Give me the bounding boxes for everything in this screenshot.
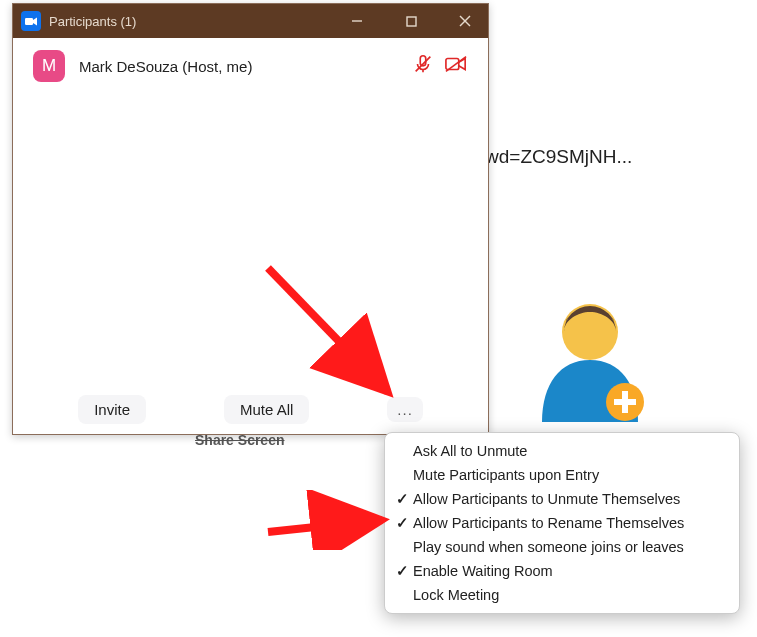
svg-rect-2	[407, 17, 416, 26]
check-icon: ✓	[393, 515, 411, 531]
menu-item-label: Enable Waiting Room	[413, 563, 553, 579]
menu-item-label: Mute Participants upon Entry	[413, 467, 599, 483]
participant-row[interactable]: M Mark DeSouza (Host, me)	[13, 38, 488, 94]
menu-item-label: Lock Meeting	[413, 587, 499, 603]
window-minimize-button[interactable]	[334, 4, 380, 38]
menu-play-sound[interactable]: Play sound when someone joins or leaves	[385, 535, 739, 559]
more-options-menu: Ask All to Unmute Mute Participants upon…	[384, 432, 740, 614]
mute-all-button[interactable]: Mute All	[224, 395, 309, 424]
menu-waiting-room[interactable]: ✓ Enable Waiting Room	[385, 559, 739, 583]
participant-status-icons	[412, 53, 468, 79]
add-user-illustration	[530, 294, 650, 438]
check-icon: ✓	[393, 563, 411, 579]
svg-point-10	[562, 304, 618, 360]
avatar: M	[33, 50, 65, 82]
more-options-button[interactable]: ...	[387, 397, 423, 422]
video-off-icon	[444, 53, 468, 79]
menu-mute-on-entry[interactable]: Mute Participants upon Entry	[385, 463, 739, 487]
participant-name: Mark DeSouza (Host, me)	[79, 58, 398, 75]
window-close-button[interactable]	[442, 4, 488, 38]
invite-button[interactable]: Invite	[78, 395, 146, 424]
window-title: Participants (1)	[49, 14, 326, 29]
menu-item-label: Allow Participants to Unmute Themselves	[413, 491, 680, 507]
menu-item-label: Allow Participants to Rename Themselves	[413, 515, 684, 531]
menu-allow-unmute[interactable]: ✓ Allow Participants to Unmute Themselve…	[385, 487, 739, 511]
background-url-text: wd=ZC9SMjNH...	[485, 146, 632, 168]
window-titlebar: Participants (1)	[13, 4, 488, 38]
svg-line-15	[268, 520, 382, 532]
check-icon: ✓	[393, 491, 411, 507]
menu-ask-all-unmute[interactable]: Ask All to Unmute	[385, 439, 739, 463]
menu-item-label: Play sound when someone joins or leaves	[413, 539, 684, 555]
svg-rect-13	[614, 399, 636, 405]
svg-rect-0	[25, 18, 33, 25]
participants-window: Participants (1) M Mark DeSouza (Host, m…	[12, 3, 489, 435]
zoom-app-icon	[21, 11, 41, 31]
participants-bottom-bar: Invite Mute All ...	[13, 395, 488, 424]
menu-lock-meeting[interactable]: Lock Meeting	[385, 583, 739, 607]
menu-allow-rename[interactable]: ✓ Allow Participants to Rename Themselve…	[385, 511, 739, 535]
window-maximize-button[interactable]	[388, 4, 434, 38]
menu-item-label: Ask All to Unmute	[413, 443, 527, 459]
mic-muted-icon	[412, 53, 434, 79]
